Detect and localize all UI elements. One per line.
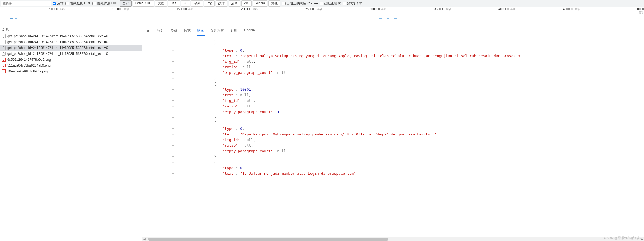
fold-icon[interactable]: − xyxy=(142,81,176,87)
timeline-tick: 350000 毫秒 xyxy=(434,7,451,11)
json-icon: {} xyxy=(2,40,6,44)
filter-chip-wasm[interactable]: Wasm xyxy=(253,0,267,7)
hide-data-url-checkbox[interactable]: 隐藏数据 URL xyxy=(65,1,91,6)
json-icon: {} xyxy=(2,52,6,56)
fold-icon[interactable]: − xyxy=(142,92,176,98)
request-list[interactable]: {}get_pc?shop_id=241308147&item_id=18985… xyxy=(0,33,142,241)
filter-chip-ws[interactable]: WS xyxy=(241,0,252,7)
filter-chip-清单[interactable]: 清单 xyxy=(229,0,240,7)
fold-icon[interactable]: − xyxy=(142,132,176,137)
blocked-cookies-checkbox[interactable]: 已阻止的响应 Cookie xyxy=(282,1,318,6)
filter-chip-fetch/xhr[interactable]: Fetch/XHR xyxy=(133,0,154,7)
filter-chip-媒体[interactable]: 媒体 xyxy=(216,0,227,7)
request-row[interactable]: {}get_pc?shop_id=241308147&item_id=18985… xyxy=(0,45,142,51)
filter-chip-文档[interactable]: 文档 xyxy=(155,0,167,7)
fold-icon[interactable]: − xyxy=(142,70,176,76)
filter-chip-css[interactable]: CSS xyxy=(168,0,180,7)
fold-icon[interactable]: − xyxy=(142,120,176,126)
tab-6[interactable]: Cookie xyxy=(244,26,255,36)
filter-chip-其他[interactable]: 其他 xyxy=(268,0,280,7)
timeline-tick: 250000 毫秒 xyxy=(305,7,322,11)
horizontal-scrollbar[interactable]: ◀ ▶ xyxy=(142,237,644,241)
request-row[interactable]: 6c502a2641457578b0d5.png xyxy=(0,57,142,62)
filter-chip-字体[interactable]: 字体 xyxy=(191,0,203,7)
fold-icon[interactable]: − xyxy=(142,148,176,154)
tab-2[interactable]: 预览 xyxy=(183,26,191,36)
fold-icon[interactable]: − xyxy=(142,59,176,64)
request-name: get_pc?shop_id=241308147&item_id=1898515… xyxy=(7,46,108,50)
details-tabs: × 标头负载预览响应发起程序计时Cookie xyxy=(142,26,644,36)
fold-icon[interactable]: − xyxy=(142,104,176,109)
fold-icon[interactable]: − xyxy=(142,126,176,132)
request-name: 6c502a2641457578b0d5.png xyxy=(7,58,51,62)
network-toolbar: 反转 隐藏数据 URL 隐藏扩展 URL 全部Fetch/XHR文档CSSJS字… xyxy=(0,0,644,7)
request-name: 16ead7e0a68c3cff9f32.png xyxy=(7,69,48,73)
scroll-left-icon[interactable]: ◀ xyxy=(142,237,146,241)
fold-icon[interactable]: − xyxy=(142,76,176,81)
timeline-tick: 50000 毫秒 xyxy=(49,7,65,11)
close-icon[interactable]: × xyxy=(145,29,151,34)
request-name: get_pc?shop_id=241308147&item_id=1898515… xyxy=(7,34,108,38)
fold-icon[interactable]: − xyxy=(142,98,176,104)
details-panel: × 标头负载预览响应发起程序计时Cookie −−−−−−−−−−−−−−−−−… xyxy=(142,26,644,241)
timeline-tick: 200000 毫秒 xyxy=(241,7,258,11)
fold-icon[interactable]: − xyxy=(142,64,176,70)
request-row[interactable]: {}get_pc?shop_id=241308147&item_id=18985… xyxy=(0,51,142,57)
hide-ext-url-checkbox[interactable]: 隐藏扩展 URL xyxy=(92,1,118,6)
fold-icon[interactable]: − xyxy=(142,165,176,171)
timeline-tick: 400000 毫秒 xyxy=(498,7,515,11)
image-file-icon xyxy=(2,64,6,67)
fold-icon[interactable]: − xyxy=(142,171,176,176)
request-row[interactable]: 511aca04cc3ba9234ab0.png xyxy=(0,62,142,68)
fold-icon[interactable]: − xyxy=(142,87,176,92)
fold-icon[interactable]: − xyxy=(142,115,176,120)
fold-icon[interactable]: − xyxy=(142,143,176,148)
fold-icon[interactable]: − xyxy=(142,137,176,143)
request-row[interactable]: {}get_pc?shop_id=241308147&item_id=18985… xyxy=(0,39,142,45)
filter-chip-img[interactable]: Img xyxy=(204,0,215,7)
request-row[interactable]: {}get_pc?shop_id=241308147&item_id=18985… xyxy=(0,33,142,39)
request-name: get_pc?shop_id=241308147&item_id=1898515… xyxy=(7,40,108,44)
scrollbar-thumb[interactable] xyxy=(148,238,388,241)
response-body[interactable]: −−−−−−−−−−−−−−−−−−−−−−−−− }, { "type": 0… xyxy=(142,36,644,237)
request-name: get_pc?shop_id=241308147&item_id=1898515… xyxy=(7,52,108,56)
fold-icon[interactable]: − xyxy=(142,109,176,115)
timeline-tick: 300000 毫秒 xyxy=(370,7,386,11)
third-party-checkbox[interactable]: 第3方请求 xyxy=(343,1,362,6)
fold-icon[interactable]: − xyxy=(142,42,176,48)
watermark: CSDN @呆呆怪和酷酷妖 xyxy=(604,236,641,240)
tab-1[interactable]: 负载 xyxy=(170,26,178,36)
request-list-panel: 名称 {}get_pc?shop_id=241308147&item_id=18… xyxy=(0,26,142,241)
tab-3[interactable]: 响应 xyxy=(197,26,205,36)
json-icon: {} xyxy=(2,34,6,38)
name-column-header[interactable]: 名称 xyxy=(0,26,142,33)
invert-checkbox[interactable]: 反转 xyxy=(53,1,64,6)
tab-0[interactable]: 标头 xyxy=(156,26,164,36)
timeline-overview[interactable]: 50000 毫秒100000 毫秒150000 毫秒200000 毫秒25000… xyxy=(0,7,644,26)
filter-chip-js[interactable]: JS xyxy=(181,0,190,7)
fold-icon[interactable]: − xyxy=(142,154,176,160)
tab-4[interactable]: 发起程序 xyxy=(210,26,225,36)
image-file-icon xyxy=(2,58,6,62)
request-row[interactable]: 16ead7e0a68c3cff9f32.png xyxy=(0,68,142,74)
fold-icon[interactable]: − xyxy=(142,53,176,59)
filter-input[interactable] xyxy=(1,1,51,6)
fold-icon[interactable]: − xyxy=(142,160,176,165)
image-file-icon xyxy=(2,69,6,73)
tab-5[interactable]: 计时 xyxy=(230,26,238,36)
timeline-tick: 450000 毫秒 xyxy=(563,7,580,11)
request-name: 511aca04cc3ba9234ab0.png xyxy=(7,64,51,67)
json-icon: {} xyxy=(2,46,6,50)
fold-icon[interactable]: − xyxy=(142,48,176,53)
filter-chip-全部[interactable]: 全部 xyxy=(120,0,132,7)
fold-icon[interactable]: − xyxy=(142,36,176,42)
blocked-requests-checkbox[interactable]: 已阻止请求 xyxy=(320,1,341,6)
timeline-tick: 150000 毫秒 xyxy=(177,7,193,11)
timeline-tick: 100000 毫秒 xyxy=(112,7,129,11)
